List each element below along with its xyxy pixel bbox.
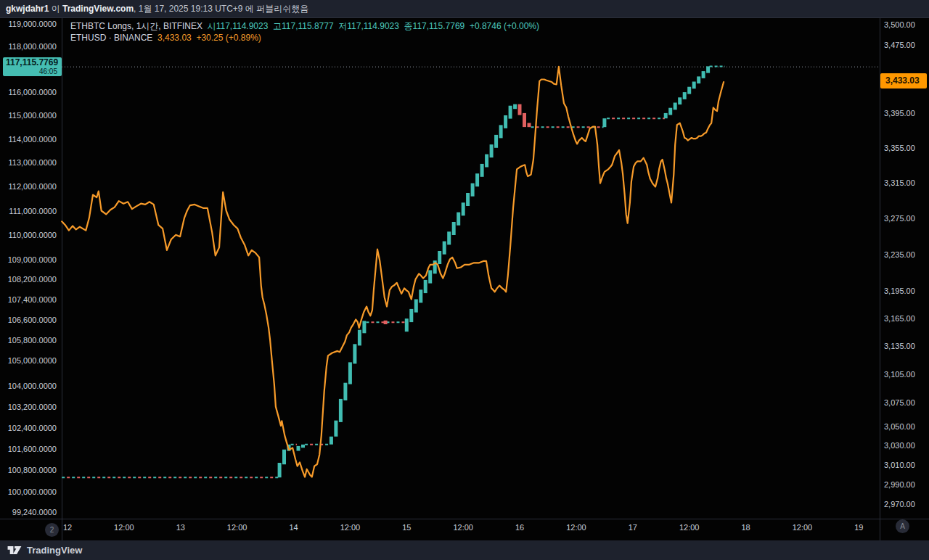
- left-axis-tick: 113,000.0000: [9, 158, 57, 167]
- left-axis-tick: 119,000.0000: [9, 20, 57, 28]
- right-axis-tick: 3,355.00: [884, 144, 915, 152]
- site-link[interactable]: TradingView.com: [62, 4, 134, 14]
- left-axis-tick: 105,000.0000: [8, 356, 57, 365]
- right-axis-tick: 3,030.00: [884, 441, 915, 450]
- left-axis-tick: 103,200.0000: [8, 403, 57, 411]
- time-axis-tick: 12:00: [793, 523, 813, 532]
- legend-ethusd-change: +30.25 (+0.89%): [196, 33, 261, 43]
- scroll-back-button[interactable]: 2: [45, 523, 59, 537]
- right-axis-tick: 3,195.00: [884, 287, 915, 295]
- legend-ethbtc-change: +0.8746 (+0.00%): [470, 21, 539, 31]
- last-price-tag-ethusd: 3,433.03: [880, 73, 927, 88]
- left-axis-tick: 102,400.0000: [8, 424, 57, 432]
- left-axis-tick: 107,400.0000: [8, 295, 57, 304]
- chart-canvas[interactable]: [0, 18, 929, 540]
- bar-countdown: 46:05: [6, 67, 57, 75]
- left-axis-tick: 114,000.0000: [9, 135, 57, 144]
- left-axis-tick: 105,800.0000: [8, 336, 57, 345]
- left-axis-tick: 110,000.0000: [9, 231, 57, 239]
- time-axis-tick: 12:00: [566, 523, 586, 532]
- left-axis-tick: 106,600.0000: [8, 316, 57, 324]
- time-axis-tick: 12:00: [114, 523, 134, 532]
- time-axis-tick: 13: [176, 523, 185, 532]
- price-axis-left[interactable]: 119,000.0000118,000.0000116,000.0000115,…: [0, 18, 62, 519]
- right-axis-tick: 3,010.00: [884, 461, 915, 469]
- publish-bar: gkwjdahr1 이 TradingView.com, 1월 17, 2025…: [0, 0, 929, 18]
- time-axis-tick: 12:00: [679, 523, 700, 532]
- time-axis-tick: 12:00: [227, 523, 247, 532]
- chart-area[interactable]: ETHBTC Longs, 1시간, BITFINEX 시117,114.902…: [0, 18, 929, 540]
- tradingview-logo-icon[interactable]: [7, 545, 22, 556]
- last-price-tag-ethbtc: 117,115.7769 46:05: [3, 57, 62, 76]
- last-price-value: 117,115.7769: [6, 58, 57, 67]
- autoscale-button[interactable]: A: [896, 519, 909, 533]
- left-axis-tick: 118,000.0000: [9, 42, 57, 51]
- legend-ethbtc-open: 시117,114.9023: [208, 21, 269, 31]
- right-axis-tick: 3,500.00: [884, 20, 915, 29]
- legend-ethbtc-title: ETHBTC Longs, 1시간, BITFINEX: [70, 21, 202, 31]
- ethbtc-candles: [278, 66, 711, 477]
- legend-ethbtc-high: 고117,115.8777: [273, 21, 334, 31]
- left-axis-tick: 111,000.0000: [9, 207, 57, 215]
- left-axis-tick: 100,800.0000: [8, 466, 57, 474]
- right-axis-tick: 3,105.00: [884, 370, 915, 379]
- brand-bar: TradingView: [0, 540, 929, 560]
- legend-ethusd-price: 3,433.03: [157, 33, 192, 43]
- time-axis-tick: 17: [629, 523, 637, 532]
- right-axis-tick: 3,315.00: [884, 178, 915, 187]
- left-axis-tick: 115,000.0000: [9, 111, 57, 120]
- brand-name[interactable]: TradingView: [27, 545, 82, 556]
- legend-ethbtc-close: 종117,115.7769: [404, 21, 465, 31]
- left-axis-tick: 99,240.0000: [12, 508, 57, 516]
- price-axis-right[interactable]: 3,500.003,475.003,395.003,355.003,315.00…: [880, 18, 929, 519]
- ethbtc-flat-segments: [62, 66, 725, 477]
- publish-timestamp: , 1월 17, 2025 19:13 UTC+9 에 퍼블리쉬했음: [134, 3, 308, 15]
- publish-particle: 이: [49, 3, 62, 15]
- time-axis-tick: 18: [741, 523, 750, 532]
- publisher-username[interactable]: gkwjdahr1: [6, 4, 49, 14]
- right-axis-tick: 2,970.00: [884, 500, 915, 508]
- right-axis-tick: 3,235.00: [884, 250, 915, 259]
- right-axis-tick: 3,275.00: [884, 214, 915, 223]
- right-axis-tick: 2,990.00: [884, 480, 915, 489]
- left-axis-tick: 104,000.0000: [8, 382, 57, 390]
- right-axis-tick: 3,165.00: [884, 314, 915, 323]
- right-axis-tick: 3,075.00: [884, 398, 915, 407]
- legend: ETHBTC Longs, 1시간, BITFINEX 시117,114.902…: [70, 20, 539, 44]
- time-axis-tick: 12:00: [453, 523, 473, 532]
- right-axis-tick: 3,395.00: [884, 109, 915, 118]
- time-axis-tick: 15: [402, 523, 411, 532]
- left-axis-tick: 112,000.0000: [9, 182, 57, 191]
- left-axis-tick: 100,000.0000: [8, 487, 57, 496]
- time-axis-tick: 14: [289, 523, 298, 532]
- right-axis-tick: 3,475.00: [884, 41, 915, 49]
- time-axis-tick: 12: [63, 523, 72, 532]
- left-axis-tick: 108,200.0000: [8, 275, 57, 284]
- left-axis-tick: 116,000.0000: [9, 88, 57, 96]
- legend-ethusd-title: ETHUSD · BINANCE: [70, 33, 152, 43]
- time-axis-tick: 19: [854, 523, 863, 532]
- tradingview-snapshot: gkwjdahr1 이 TradingView.com, 1월 17, 2025…: [0, 0, 929, 560]
- ethusd-line: [62, 67, 724, 477]
- time-axis-tick: 12:00: [340, 523, 361, 532]
- legend-row-ethusd[interactable]: ETHUSD · BINANCE 3,433.03 +30.25 (+0.89%…: [70, 32, 539, 44]
- left-axis-tick: 101,600.0000: [8, 445, 57, 453]
- time-axis-tick: 16: [515, 523, 524, 532]
- legend-row-ethbtc[interactable]: ETHBTC Longs, 1시간, BITFINEX 시117,114.902…: [70, 20, 539, 32]
- legend-ethbtc-low: 저117,114.9023: [338, 21, 399, 31]
- right-axis-tick: 3,050.00: [884, 422, 915, 431]
- left-axis-tick: 109,000.0000: [8, 255, 57, 264]
- right-axis-tick: 3,135.00: [884, 342, 915, 350]
- time-axis[interactable]: 1212:001312:001412:001512:001612:001712:…: [0, 519, 929, 540]
